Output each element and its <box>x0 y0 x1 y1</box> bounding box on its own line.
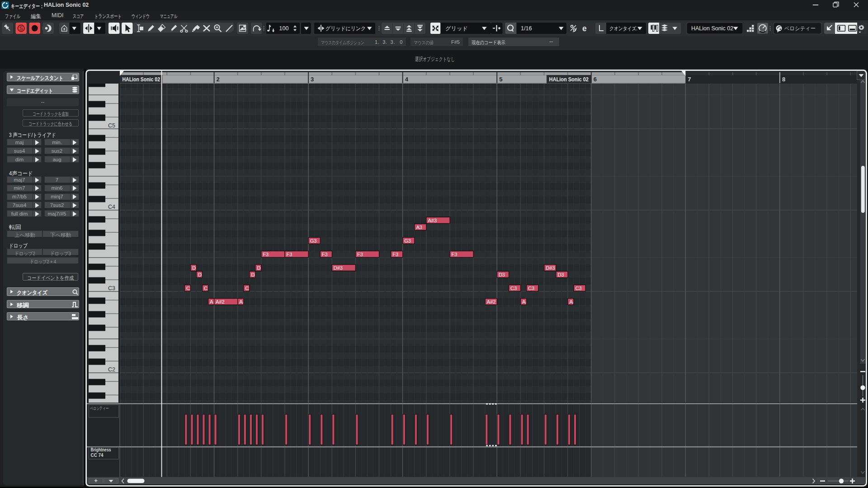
svg-text:上へ移動: 上へ移動 <box>14 232 35 238</box>
svg-text:5: 5 <box>499 76 502 83</box>
svg-text:F3: F3 <box>322 252 328 257</box>
svg-text:C2: C2 <box>108 366 115 373</box>
svg-text:CC 74: CC 74 <box>91 452 104 458</box>
svg-text:HALion Sonic 02: HALion Sonic 02 <box>549 76 589 83</box>
svg-text:HALion Sonic 02: HALion Sonic 02 <box>123 76 160 83</box>
svg-text:長さ: 長さ <box>17 314 29 320</box>
svg-text:A3: A3 <box>416 225 422 230</box>
svg-text:100: 100 <box>279 25 289 32</box>
svg-text:クオンタイズ: クオンタイズ <box>17 290 48 296</box>
svg-text:C3: C3 <box>510 286 517 291</box>
svg-text:Brightness: Brightness <box>91 447 111 452</box>
svg-text:D3: D3 <box>557 272 564 277</box>
svg-text:ドロップ2 + 4: ドロップ2 + 4 <box>30 259 56 264</box>
svg-text:F3: F3 <box>392 252 398 257</box>
svg-text:コードエディット: コードエディット <box>17 88 53 94</box>
svg-text:2: 2 <box>217 76 220 83</box>
svg-text:トランスポート: トランスポート <box>94 13 122 19</box>
svg-text:クオンタイズ.: クオンタイズ. <box>609 25 637 32</box>
svg-text:C3: C3 <box>528 286 534 291</box>
svg-text:転回: 転回 <box>9 224 21 230</box>
svg-text:6: 6 <box>594 76 597 83</box>
svg-text:F3: F3 <box>452 252 458 257</box>
svg-text:F3: F3 <box>263 252 269 257</box>
svg-text:グリッドにリンク: グリッドにリンク <box>326 25 366 32</box>
svg-text:F3: F3 <box>287 252 292 257</box>
svg-text:現在のコード表示: 現在のコード表示 <box>472 40 505 45</box>
svg-text:C3: C3 <box>576 286 582 291</box>
svg-text:e: e <box>582 24 587 33</box>
svg-text:コードトラックに合わせる: コードトラックに合わせる <box>28 121 72 127</box>
svg-text:ドロップ: ドロップ <box>9 242 28 249</box>
svg-text:+: + <box>94 477 98 484</box>
svg-text:キーエディター：: キーエディター： <box>11 3 44 9</box>
svg-text:4: 4 <box>405 76 409 83</box>
svg-text:ドロップ3: ドロップ3 <box>50 250 71 256</box>
svg-text:A#3: A#3 <box>428 218 437 223</box>
svg-text:G3: G3 <box>404 238 411 244</box>
svg-text:A#2: A#2 <box>487 299 496 305</box>
svg-text:F3: F3 <box>357 252 363 257</box>
svg-text:スケールアシスタント: スケールアシスタント <box>17 75 63 81</box>
svg-text:マニュアル: マニュアル <box>160 13 177 19</box>
svg-text:移調: 移調 <box>17 301 29 308</box>
svg-text:A#2: A#2 <box>216 299 225 305</box>
svg-text:D#3: D#3 <box>334 265 343 271</box>
svg-text:ウィンドウ: ウィンドウ <box>132 13 150 19</box>
svg-text:4声コード: 4声コード <box>9 170 33 176</box>
svg-text:下へ移動: 下へ移動 <box>50 232 71 238</box>
svg-text:C4: C4 <box>108 204 115 210</box>
svg-text:D3: D3 <box>499 272 505 277</box>
svg-text:ベロシティー: ベロシティー <box>784 25 816 32</box>
svg-text:グリッド: グリッド <box>445 25 468 32</box>
svg-text:編集: 編集 <box>31 13 41 19</box>
svg-text:S: S <box>19 25 23 32</box>
svg-text:スコア: スコア <box>73 13 84 19</box>
svg-text:コードイベントを作成: コードイベントを作成 <box>27 275 74 281</box>
svg-text:ベロシティー: ベロシティー <box>90 406 109 411</box>
svg-text:HALion Sonic 02: HALion Sonic 02 <box>691 25 733 32</box>
svg-text:3 声コード/トライアド: 3 声コード/トライアド <box>9 131 56 138</box>
svg-text:C5: C5 <box>108 122 115 129</box>
svg-text:C3: C3 <box>108 285 115 291</box>
svg-text:選択オブジェクトなし: 選択オブジェクトなし <box>415 56 455 62</box>
svg-text:G3: G3 <box>310 238 317 244</box>
svg-text:D#3: D#3 <box>546 265 555 271</box>
svg-text:7: 7 <box>688 76 691 83</box>
svg-text:1/16: 1/16 <box>521 25 532 32</box>
svg-text:コードトラックを追加: コードトラックを追加 <box>33 111 69 117</box>
svg-text:8: 8 <box>782 76 785 83</box>
svg-text:3: 3 <box>311 76 314 83</box>
svg-text:ファイル: ファイル <box>5 13 20 19</box>
svg-text:ドロップ2: ドロップ2 <box>14 250 35 256</box>
